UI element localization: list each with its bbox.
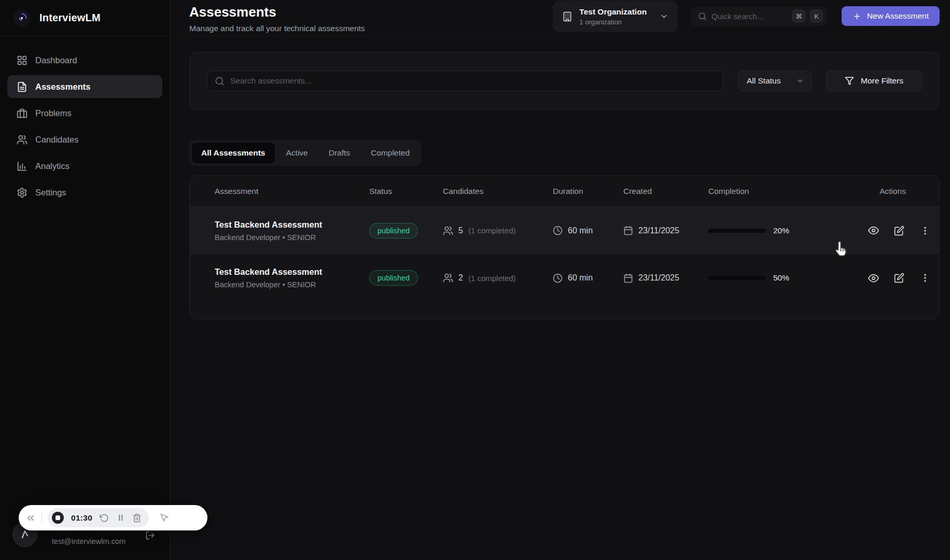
command-keycap: ⌘ <box>792 10 805 22</box>
edit-pencil-icon <box>894 273 904 283</box>
assessment-role: Backend Developer • SENIOR <box>215 281 369 289</box>
calendar-icon <box>623 226 633 235</box>
ellipsis-vertical-icon <box>920 273 930 283</box>
select-tool-button[interactable] <box>160 513 170 523</box>
sidebar-item-analytics[interactable]: Analytics <box>7 155 162 177</box>
duration-value: 60 min <box>568 273 593 283</box>
sidebar-item-label: Settings <box>35 188 66 198</box>
eye-icon <box>868 225 879 236</box>
assessments-table: Assessment Status Candidates Duration Cr… <box>189 175 940 319</box>
page-title: Assessments <box>189 4 365 20</box>
search-icon <box>215 76 225 86</box>
toolbar-divider <box>41 512 42 524</box>
chevron-down-icon <box>660 12 668 21</box>
logout-icon[interactable] <box>145 530 155 540</box>
column-header-candidates: Candidates <box>443 187 553 196</box>
user-email: test@interviewlm.com <box>52 537 125 545</box>
column-header-created: Created <box>623 187 708 196</box>
stop-recording-button[interactable] <box>52 512 64 524</box>
recording-timer: 01:30 <box>71 513 92 523</box>
assessment-role: Backend Developer • SENIOR <box>215 233 369 242</box>
edit-button[interactable] <box>890 221 909 240</box>
assessment-search[interactable] <box>207 71 723 91</box>
filter-funnel-icon <box>845 76 854 86</box>
sidebar-item-label: Assessments <box>35 82 90 92</box>
duration-value: 60 min <box>568 226 593 235</box>
sidebar-item-settings[interactable]: Settings <box>7 181 162 204</box>
table-row[interactable]: Test Backend Assessment Backend Develope… <box>190 207 939 254</box>
quick-search[interactable]: ⌘ K <box>691 6 828 26</box>
view-button[interactable] <box>864 269 883 287</box>
building-icon <box>562 11 572 22</box>
tab-drafts[interactable]: Drafts <box>319 143 359 163</box>
dashboard-icon <box>17 55 27 66</box>
eye-icon <box>868 273 879 284</box>
new-assessment-label: New Assessment <box>867 11 929 21</box>
more-filters-button[interactable]: More Filters <box>826 71 922 91</box>
recorder-controls: 01:30 <box>48 508 149 527</box>
status-filter-value: All Status <box>747 76 780 86</box>
view-button[interactable] <box>864 221 883 240</box>
main-content: Assessments Manage and track all your te… <box>171 0 950 319</box>
edit-pencil-icon <box>894 226 904 236</box>
search-icon <box>698 12 707 21</box>
quick-search-input[interactable] <box>711 12 788 21</box>
app-logo-icon <box>12 9 31 27</box>
sidebar-item-dashboard[interactable]: Dashboard <box>7 49 162 72</box>
users-icon <box>443 273 453 283</box>
sidebar-item-candidates[interactable]: Candidates <box>7 128 162 151</box>
assessment-search-input[interactable] <box>230 76 716 86</box>
clock-icon <box>553 273 563 283</box>
more-actions-button[interactable] <box>916 221 934 240</box>
page-header: Assessments Manage and track all your te… <box>171 0 950 36</box>
status-filter-select[interactable]: All Status <box>738 71 812 91</box>
column-header-completion: Completion <box>708 187 864 196</box>
status-badge: published <box>369 223 418 239</box>
tab-completed[interactable]: Completed <box>361 143 419 163</box>
pause-recording-button[interactable] <box>116 513 125 522</box>
bar-chart-icon <box>17 161 27 172</box>
filter-panel: All Status More Filters <box>189 52 940 110</box>
completion-percent: 20% <box>773 226 789 235</box>
tab-active[interactable]: Active <box>277 143 317 163</box>
k-keycap: K <box>810 10 823 22</box>
status-badge: published <box>369 270 418 286</box>
column-header-status: Status <box>369 187 443 196</box>
column-header-actions: Actions <box>864 187 939 196</box>
briefcase-icon <box>17 108 27 119</box>
sidebar-header: InterviewLM <box>0 0 170 36</box>
users-icon <box>443 226 453 236</box>
created-date: 23/11/2025 <box>638 226 679 235</box>
created-date: 23/11/2025 <box>638 273 679 283</box>
sidebar-item-label: Problems <box>35 108 72 118</box>
sidebar: InterviewLM Dashboard Assessments Proble… <box>0 0 170 560</box>
sidebar-item-assessments[interactable]: Assessments <box>7 75 162 98</box>
tab-all-assessments[interactable]: All Assessments <box>192 143 275 163</box>
more-actions-button[interactable] <box>916 269 934 287</box>
file-text-icon <box>17 81 27 92</box>
org-switcher[interactable]: Test Organization 1 organization <box>553 1 678 32</box>
completed-note: (1 completed) <box>468 274 516 283</box>
completion-percent: 50% <box>773 273 789 283</box>
page-subtitle: Manage and track all your technical asse… <box>189 24 365 33</box>
rotate-ccw-icon <box>100 513 109 523</box>
more-filters-label: More Filters <box>861 76 903 86</box>
sidebar-item-label: Dashboard <box>35 55 77 65</box>
chevron-down-icon <box>796 77 804 85</box>
trash-icon <box>132 513 142 523</box>
org-name: Test Organization <box>579 7 647 17</box>
completion-progress-bar <box>708 276 765 280</box>
sidebar-item-problems[interactable]: Problems <box>7 102 162 124</box>
clock-icon <box>553 226 563 235</box>
screen-recorder-toolbar: 01:30 <box>19 505 207 530</box>
discard-recording-button[interactable] <box>132 513 142 523</box>
pause-icon <box>116 513 125 522</box>
table-row[interactable]: Test Backend Assessment Backend Develope… <box>190 254 939 301</box>
completed-note: (1 completed) <box>468 226 516 235</box>
restart-recording-button[interactable] <box>100 513 109 523</box>
assessment-name: Test Backend Assessment <box>215 267 369 277</box>
chevrons-left-icon[interactable] <box>25 513 36 523</box>
users-icon <box>17 134 27 145</box>
edit-button[interactable] <box>890 269 909 287</box>
new-assessment-button[interactable]: New Assessment <box>842 6 940 26</box>
